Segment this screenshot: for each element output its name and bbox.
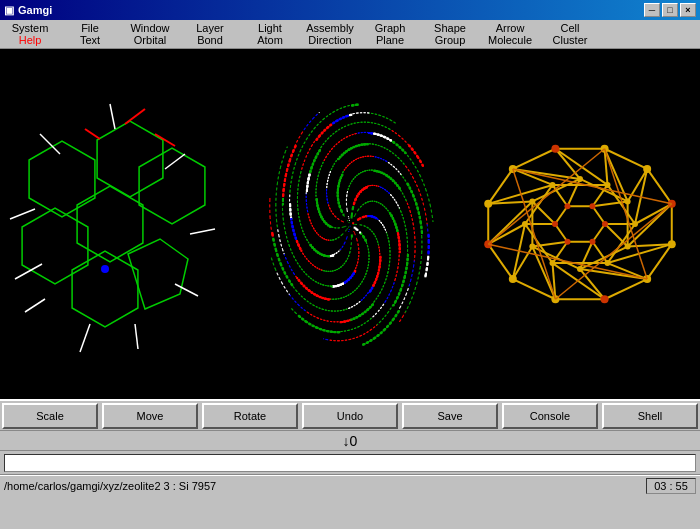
menu-assembly-top: Assembly	[306, 22, 354, 34]
menu-bond: Bond	[197, 34, 223, 46]
titlebar-left: ▣ Gamgi	[4, 4, 52, 17]
visualization-canvas[interactable]	[0, 49, 700, 399]
menu-system-top: System	[12, 22, 49, 34]
menu-cluster: Cluster	[553, 34, 588, 46]
toolbar: Scale Move Rotate Undo Save Console Shel…	[0, 399, 700, 431]
undo-button[interactable]: Undo	[302, 403, 398, 429]
console-button[interactable]: Console	[502, 403, 598, 429]
titlebar-controls[interactable]: ─ □ ×	[644, 3, 696, 17]
maximize-button[interactable]: □	[662, 3, 678, 17]
menu-atom: Atom	[257, 34, 283, 46]
menu-file-top: File	[81, 22, 99, 34]
close-button[interactable]: ×	[680, 3, 696, 17]
menubar: System Help File Text Window Orbital Lay…	[0, 20, 700, 49]
titlebar: ▣ Gamgi ─ □ ×	[0, 0, 700, 20]
menu-graph-top: Graph	[375, 22, 406, 34]
menu-row: System Help File Text Window Orbital Lay…	[0, 20, 700, 48]
input-row[interactable]	[0, 451, 700, 475]
move-button[interactable]: Move	[102, 403, 198, 429]
menu-text: Text	[80, 34, 100, 46]
menu-shape-top: Shape	[434, 22, 466, 34]
menu-file[interactable]: File Text	[60, 20, 120, 48]
minimize-button[interactable]: ─	[644, 3, 660, 17]
canvas-area[interactable]	[0, 49, 700, 399]
menu-layer-top: Layer	[196, 22, 224, 34]
scale-button[interactable]: Scale	[2, 403, 98, 429]
rotate-button[interactable]: Rotate	[202, 403, 298, 429]
menu-light-top: Light	[258, 22, 282, 34]
shell-button[interactable]: Shell	[602, 403, 698, 429]
menu-system[interactable]: System Help	[0, 20, 60, 48]
menu-molecule: Molecule	[488, 34, 532, 46]
menu-group: Group	[435, 34, 466, 46]
save-button[interactable]: Save	[402, 403, 498, 429]
menu-window[interactable]: Window Orbital	[120, 20, 180, 48]
status-path: /home/carlos/gamgi/xyz/zeolite2 3 : Si 7…	[4, 480, 216, 492]
titlebar-title: Gamgi	[18, 4, 52, 16]
menu-cell[interactable]: Cell Cluster	[540, 20, 600, 48]
status-time: 03 : 55	[646, 478, 696, 494]
menu-assembly[interactable]: Assembly Direction	[300, 20, 360, 48]
menu-window-top: Window	[130, 22, 169, 34]
menu-graph[interactable]: Graph Plane	[360, 20, 420, 48]
menu-plane: Plane	[376, 34, 404, 46]
menu-direction: Direction	[308, 34, 351, 46]
app-icon: ▣	[4, 4, 14, 17]
command-input[interactable]	[4, 454, 696, 472]
statusbar: /home/carlos/gamgi/xyz/zeolite2 3 : Si 7…	[0, 475, 700, 495]
menu-arrow[interactable]: Arrow Molecule	[480, 20, 540, 48]
menu-cell-top: Cell	[561, 22, 580, 34]
menu-layer[interactable]: Layer Bond	[180, 20, 240, 48]
menu-help: Help	[19, 34, 42, 46]
menu-light[interactable]: Light Atom	[240, 20, 300, 48]
menu-arrow-top: Arrow	[496, 22, 525, 34]
menu-orbital: Orbital	[134, 34, 166, 46]
arrow-row: ↓0	[0, 431, 700, 451]
down-arrow-icon: ↓0	[343, 433, 358, 449]
menu-shape[interactable]: Shape Group	[420, 20, 480, 48]
